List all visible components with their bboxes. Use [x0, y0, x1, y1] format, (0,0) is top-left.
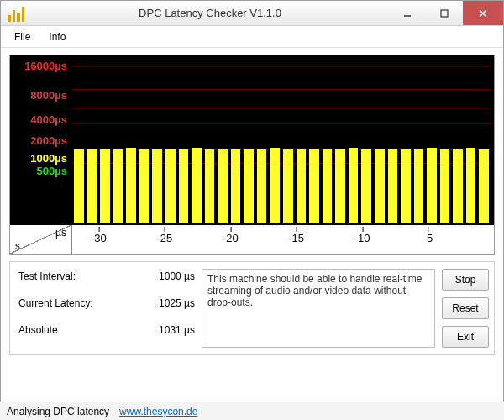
axis-unit-corner: µs s	[10, 225, 72, 254]
xtick: -20	[223, 232, 239, 244]
stat-label: Current Latency:	[18, 297, 93, 309]
reset-button[interactable]: Reset	[442, 297, 489, 319]
xtick: -5	[423, 232, 433, 244]
chart-plot-area: 16000µs 8000µs 4000µs 2000µs 1000µs 500µ…	[10, 55, 494, 223]
xtick: -25	[156, 232, 172, 244]
latency-chart: 16000µs 8000µs 4000µs 2000µs 1000µs 500µ…	[9, 55, 495, 255]
latency-bar	[139, 149, 150, 223]
latency-bar	[335, 149, 345, 223]
stat-value: 1025 µs	[159, 297, 195, 309]
latency-bar	[283, 149, 293, 224]
latency-bar	[152, 149, 162, 224]
x-unit-label: s	[15, 240, 20, 252]
stats-panel: Test Interval: 1000 µs Current Latency: …	[18, 269, 195, 348]
menubar: File Info	[1, 26, 503, 48]
menu-file[interactable]: File	[6, 29, 39, 45]
latency-bar	[401, 149, 411, 224]
action-buttons: Stop Reset Exit	[442, 269, 489, 348]
close-button[interactable]	[463, 1, 503, 25]
y-unit-label: µs	[55, 227, 66, 239]
stat-label: Absolute	[18, 324, 58, 336]
latency-bar	[257, 149, 267, 223]
latency-bar	[466, 148, 476, 223]
latency-bar	[126, 148, 136, 223]
titlebar: DPC Latency Checker V1.1.0	[1, 1, 503, 26]
stat-absolute: Absolute 1031 µs	[18, 324, 195, 336]
app-icon	[8, 5, 24, 22]
svg-rect-1	[441, 10, 448, 17]
latency-bar	[453, 149, 463, 223]
latency-bar	[323, 149, 333, 224]
y-axis-labels: 16000µs 8000µs 4000µs 2000µs 1000µs 500µ…	[13, 55, 67, 223]
minimize-button[interactable]	[389, 1, 426, 25]
ytick-2000: 2000µs	[13, 135, 67, 146]
latency-bar	[113, 149, 123, 223]
latency-bar	[427, 148, 437, 223]
status-message: This machine should be able to handle re…	[202, 269, 435, 348]
latency-bar	[218, 149, 228, 223]
latency-bar	[361, 149, 371, 224]
latency-bar	[205, 149, 215, 224]
statusbar: Analysing DPC latency www.thesycon.de	[0, 402, 504, 420]
latency-bar	[388, 149, 398, 223]
window-controls	[389, 1, 503, 25]
latency-bar	[231, 149, 241, 223]
latency-bar	[297, 149, 307, 223]
stat-label: Test Interval:	[18, 270, 76, 282]
latency-bar	[165, 149, 176, 223]
ytick-8000: 8000µs	[13, 90, 67, 101]
ytick-4000: 4000µs	[13, 114, 67, 125]
minimize-icon	[403, 9, 412, 18]
close-icon	[479, 9, 487, 18]
latency-bar	[87, 149, 97, 223]
x-axis: µs s -30-25-20-15-10-5	[10, 223, 494, 254]
exit-button[interactable]: Exit	[442, 326, 489, 348]
latency-bar	[74, 149, 84, 223]
maximize-button[interactable]	[426, 1, 463, 25]
window-title: DPC Latency Checker V1.1.0	[31, 7, 389, 19]
latency-bar	[440, 149, 450, 224]
stat-current-latency: Current Latency: 1025 µs	[18, 297, 195, 309]
latency-bar	[349, 148, 359, 223]
xtick: -10	[354, 232, 370, 244]
latency-bar	[179, 149, 189, 223]
stat-test-interval: Test Interval: 1000 µs	[18, 270, 195, 282]
latency-bar	[244, 149, 254, 224]
latency-bar	[375, 149, 385, 223]
ytick-1000: 1000µs	[13, 153, 67, 164]
lower-panel: Test Interval: 1000 µs Current Latency: …	[9, 261, 495, 355]
stat-value: 1000 µs	[159, 270, 195, 282]
menu-info[interactable]: Info	[40, 29, 74, 45]
content: 16000µs 8000µs 4000µs 2000µs 1000µs 500µ…	[1, 48, 503, 362]
latency-bar	[100, 149, 110, 224]
latency-bar	[414, 149, 424, 223]
latency-bar	[479, 149, 489, 224]
latency-bar	[270, 148, 280, 223]
status-link[interactable]: www.thesycon.de	[119, 406, 197, 417]
xtick: -15	[288, 232, 304, 244]
latency-bar	[192, 148, 202, 223]
status-text: Analysing DPC latency	[7, 406, 109, 417]
chart-bars	[72, 55, 491, 223]
ytick-500: 500µs	[13, 165, 67, 176]
ytick-16000: 16000µs	[13, 60, 67, 71]
stat-value: 1031 µs	[159, 324, 195, 336]
stop-button[interactable]: Stop	[442, 269, 489, 291]
latency-bar	[309, 149, 319, 223]
x-axis-ticks: -30-25-20-15-10-5	[72, 225, 494, 254]
maximize-icon	[440, 9, 449, 18]
xtick: -30	[91, 232, 107, 244]
